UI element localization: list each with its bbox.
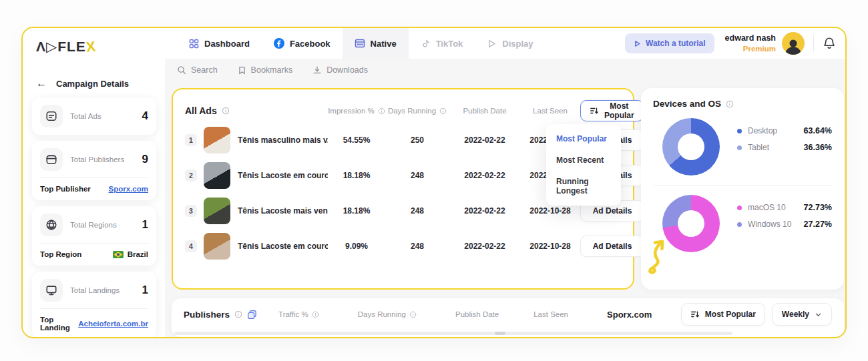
downloads-button[interactable]: Downloads bbox=[312, 65, 368, 75]
total-landings-value: 1 bbox=[142, 284, 148, 297]
column-days-running: Days Running bbox=[358, 310, 417, 318]
user-plan-badge: Premium bbox=[725, 44, 776, 53]
top-publisher-value: Sporx.com bbox=[607, 310, 652, 320]
menu-item-most-recent[interactable]: Most Recent bbox=[546, 149, 621, 171]
publish-date-value: 2022-02-22 bbox=[449, 206, 520, 216]
horizontal-scrollbar[interactable] bbox=[174, 332, 732, 335]
breadcrumb: ← Campaign Details bbox=[36, 77, 129, 89]
column-last-seen: Last Seen bbox=[533, 310, 568, 318]
app-window: Λ▷FLEX ← Campaign Details Total Ads 4 bbox=[21, 27, 847, 338]
copy-icon[interactable] bbox=[247, 310, 257, 320]
stat-cards: Total Ads 4 Total Publishers 9 Top Publi… bbox=[32, 97, 156, 338]
devices-legend: Desktop 63.64% Tablet 36.36% bbox=[737, 126, 832, 152]
info-icon[interactable] bbox=[234, 310, 242, 318]
logo-text: Λ▷FLE bbox=[36, 39, 86, 54]
total-landings-card: Total Landings 1 Top Landing Acheioferta… bbox=[32, 272, 156, 338]
scrollbar-thumb[interactable] bbox=[495, 332, 505, 335]
row-number: 4 bbox=[185, 240, 197, 252]
ad-title: Tênis Lacoste mais ven... bbox=[238, 206, 328, 216]
navbar-right: Watch a tutorial edward nash Premium bbox=[625, 28, 836, 59]
sort-icon bbox=[690, 310, 700, 319]
brand-logo: Λ▷FLEX bbox=[36, 39, 96, 55]
total-ads-label: Total Ads bbox=[70, 112, 101, 120]
total-regions-card: Total Regions 1 Top Region Brazil bbox=[32, 206, 156, 266]
tiktok-icon bbox=[421, 39, 431, 49]
tab-native[interactable]: Native bbox=[343, 28, 409, 59]
period-dropdown-button[interactable]: Weekly bbox=[772, 303, 832, 326]
download-icon bbox=[312, 65, 322, 75]
ad-thumbnail[interactable] bbox=[204, 198, 230, 224]
ad-details-button[interactable]: Ad Details bbox=[580, 236, 644, 257]
ad-title: Tênis masculino mais v... bbox=[238, 135, 328, 145]
tab-facebook[interactable]: Facebook bbox=[262, 28, 343, 59]
toolbar: Search Bookmarks Downloads bbox=[165, 59, 845, 81]
column-impression: Impression % bbox=[328, 107, 385, 115]
impression-value: 18.18% bbox=[328, 206, 385, 216]
sort-dropdown-button[interactable]: Most Popular bbox=[580, 100, 644, 121]
page-title: Campaign Details bbox=[56, 79, 129, 89]
avatar[interactable] bbox=[782, 32, 805, 55]
user-name: edward nash bbox=[725, 33, 776, 44]
globe-icon bbox=[40, 214, 63, 236]
impression-value: 18.18% bbox=[328, 171, 385, 180]
all-ads-title: All Ads bbox=[185, 105, 328, 116]
menu-item-most-popular[interactable]: Most Popular bbox=[546, 128, 621, 149]
native-ad-icon bbox=[355, 38, 365, 49]
last-seen-value: 2022-10-28 bbox=[520, 206, 580, 216]
sidebar: Λ▷FLEX ← Campaign Details Total Ads 4 bbox=[23, 28, 165, 337]
ad-thumbnail[interactable] bbox=[204, 162, 230, 189]
info-icon[interactable] bbox=[409, 311, 417, 318]
table-row[interactable]: 4 Tênis Lacoste em couro... 9.09% 248 20… bbox=[185, 228, 621, 264]
row-number: 2 bbox=[185, 169, 197, 182]
info-icon[interactable] bbox=[439, 107, 447, 115]
divider bbox=[653, 185, 832, 186]
top-publisher-link[interactable]: Sporx.com bbox=[109, 185, 148, 193]
top-region-label: Top Region bbox=[40, 250, 81, 258]
tab-dashboard[interactable]: Dashboard bbox=[177, 28, 262, 59]
play-icon bbox=[634, 40, 641, 47]
user-info: edward nash Premium bbox=[725, 33, 776, 53]
notifications-bell-icon[interactable] bbox=[823, 37, 836, 50]
info-icon[interactable] bbox=[378, 107, 385, 115]
back-arrow-icon[interactable]: ← bbox=[36, 77, 47, 89]
menu-item-running-longest[interactable]: Running Longest bbox=[546, 171, 621, 202]
dashboard-grid-icon bbox=[189, 39, 199, 49]
bookmarks-button[interactable]: Bookmarks bbox=[238, 65, 293, 75]
legend-item-windows: Windows 10 27.27% bbox=[737, 220, 832, 229]
total-publishers-card: Total Publishers 9 Top Publisher Sporx.c… bbox=[32, 141, 156, 200]
info-icon[interactable] bbox=[222, 107, 230, 115]
tab-tiktok[interactable]: TikTok bbox=[409, 28, 475, 59]
total-ads-card: Total Ads 4 bbox=[32, 97, 156, 135]
publishers-sort-button[interactable]: Most Popular bbox=[681, 303, 765, 326]
total-regions-label: Total Regions bbox=[70, 221, 117, 229]
info-icon[interactable] bbox=[726, 100, 734, 108]
main-area: Dashboard Facebook Native TikTok Display bbox=[165, 28, 845, 337]
ad-thumbnail[interactable] bbox=[204, 127, 230, 153]
top-publisher-label: Top Publisher bbox=[40, 185, 91, 193]
top-landing-link[interactable]: Acheioferta.com.br bbox=[78, 320, 148, 328]
row-number: 1 bbox=[185, 134, 197, 146]
last-seen-value: 2022-10-28 bbox=[520, 242, 580, 251]
brazil-flag-icon bbox=[113, 251, 124, 258]
days-value: 250 bbox=[385, 135, 449, 145]
column-traffic: Traffic % bbox=[278, 310, 319, 318]
info-icon[interactable] bbox=[312, 311, 319, 318]
legend-item-tablet: Tablet 36.36% bbox=[737, 143, 832, 152]
top-region-value: Brazil bbox=[113, 250, 148, 258]
facebook-icon bbox=[274, 38, 284, 49]
watch-tutorial-button[interactable]: Watch a tutorial bbox=[625, 33, 714, 53]
legend-dot bbox=[737, 222, 742, 227]
total-landings-label: Total Landings bbox=[70, 286, 120, 294]
column-last-seen: Last Seen bbox=[520, 107, 580, 115]
logo-accent: X bbox=[85, 38, 97, 55]
days-value: 248 bbox=[385, 171, 449, 180]
chevron-down-icon bbox=[815, 311, 822, 318]
column-publish-date: Publish Date bbox=[449, 107, 520, 115]
column-publish-date: Publish Date bbox=[455, 310, 499, 318]
search-button[interactable]: Search bbox=[177, 65, 218, 75]
total-ads-value: 4 bbox=[142, 109, 148, 123]
ad-thumbnail[interactable] bbox=[204, 233, 230, 260]
devices-os-panel: Devices and OS Desktop 63.64% Tablet bbox=[641, 88, 844, 290]
divider bbox=[813, 35, 814, 51]
tab-display[interactable]: Display bbox=[475, 28, 545, 59]
